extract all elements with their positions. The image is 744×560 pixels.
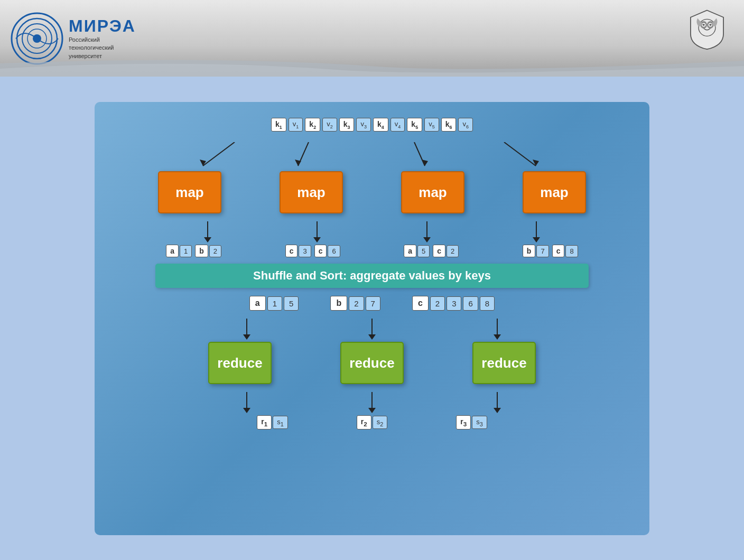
- reduce-to-result-arrows: [116, 392, 628, 413]
- input-row: k1 v1 k2 v2 k3 v3 k4 v4 k5 v5 k6 v6: [271, 118, 473, 132]
- arrow-4: [533, 221, 540, 242]
- map-box-3: map: [401, 171, 464, 213]
- mirea-name: МИРЭА: [69, 16, 136, 36]
- map-output-row: a 1 b 2 c 3 c 6 a 5 c 2 b 7: [116, 245, 628, 257]
- sorted-a: a 1 5: [249, 296, 299, 311]
- header-wave: [0, 55, 744, 77]
- map-to-output-arrows: [116, 221, 628, 242]
- map-box-2: map: [280, 171, 343, 213]
- shuffle-box: Shuffle and Sort: aggregate values by ke…: [155, 264, 589, 288]
- map-box-4: map: [523, 171, 586, 213]
- key-k3: k3: [339, 118, 355, 132]
- val-v3: v3: [356, 118, 371, 132]
- arrow-reduce-3: [494, 319, 501, 340]
- svg-marker-17: [422, 160, 428, 166]
- svg-line-12: [203, 142, 235, 166]
- arrow-result-3: [494, 392, 501, 413]
- diagram-container: k1 v1 k2 v2 k3 v3 k4 v4 k5 v5 k6 v6: [95, 102, 649, 535]
- reduce-box-3: reduce: [472, 342, 536, 384]
- map4-output: b 7 c 8: [523, 245, 578, 257]
- arrow-result-2: [368, 392, 376, 413]
- val-v4: v4: [390, 118, 405, 132]
- map2-output: c 3 c 6: [285, 245, 340, 257]
- key-k2: k2: [305, 118, 320, 132]
- val-v1: v1: [289, 118, 303, 132]
- arrow-2: [313, 221, 321, 242]
- val-v5: v5: [424, 118, 439, 132]
- shield-logo-icon: [686, 8, 728, 50]
- svg-marker-19: [533, 160, 539, 166]
- map3-output: a 5 c 2: [404, 245, 459, 257]
- reduce-box-2: reduce: [340, 342, 404, 384]
- key-k4: k4: [373, 118, 388, 132]
- sorted-to-reduce-arrows: [116, 319, 628, 340]
- result-1: r1 s1: [257, 415, 287, 430]
- reduce-row: reduce reduce reduce: [208, 342, 536, 384]
- svg-line-18: [504, 142, 536, 166]
- header: МИРЭА Российский технологический универс…: [0, 0, 744, 77]
- reduce-box-1: reduce: [208, 342, 272, 384]
- map-box-1: map: [158, 171, 221, 213]
- after-shuffle-row: a 1 5 b 2 7 c 2 3 6 8: [249, 296, 495, 311]
- logo-text: МИРЭА Российский технологический универс…: [69, 16, 136, 60]
- sorted-b: b 2 7: [330, 296, 380, 311]
- arrow-result-1: [243, 392, 250, 413]
- arrow-reduce-1: [243, 319, 250, 340]
- arrow-reduce-2: [368, 319, 376, 340]
- result-2: r2 s2: [357, 415, 387, 430]
- key-k6: k6: [441, 118, 457, 132]
- arrow-3: [423, 221, 431, 242]
- map1-output: a 1 b 2: [166, 245, 221, 257]
- map-row: map map map map: [158, 171, 586, 213]
- input-to-map-arrows: [155, 142, 589, 171]
- arrow-1: [204, 221, 211, 242]
- key-k1: k1: [271, 118, 286, 132]
- key-k5: k5: [407, 118, 422, 132]
- val-v6: v6: [458, 118, 473, 132]
- main-content: k1 v1 k2 v2 k3 v3 k4 v4 k5 v5 k6 v6: [0, 77, 744, 560]
- result-3: r3 s3: [456, 415, 487, 430]
- result-row: r1 s1 r2 s2 r3 s3: [257, 415, 487, 430]
- svg-marker-13: [200, 160, 206, 166]
- val-v2: v2: [322, 118, 337, 132]
- sorted-c: c 2 3 6 8: [412, 296, 495, 311]
